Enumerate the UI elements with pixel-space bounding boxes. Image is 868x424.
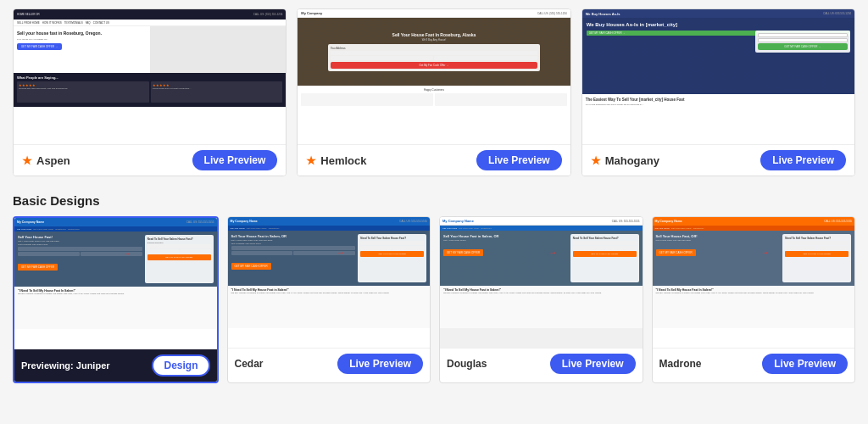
madrone-mock-form-btn: GET MY FAIR CASH OFFER — [785, 251, 849, 257]
cedar-mock-form-inputs — [360, 246, 424, 250]
mahogany-live-preview-button[interactable]: Live Preview — [760, 150, 846, 170]
douglas-mock-form-btn: GET MY FAIR CASH OFFER — [573, 251, 637, 257]
hemlock-name: ★ Hemlock — [306, 154, 366, 167]
hemlock-mock-customers: Happy Customers — [301, 88, 566, 92]
hemlock-mock-phone: CALL US: (555) 555-1234 — [537, 12, 567, 15]
cedar-mock-cta-btn: GET MY FAIR CASH OFFER — [231, 263, 271, 270]
aspen-mock-sub: PUT HOME ON A NUMBER OF... — [17, 38, 282, 41]
douglas-mock-form-inputs — [573, 246, 637, 250]
hemlock-form-input-email — [331, 56, 434, 60]
mahogany-mock-bottom-text: It is a long established fact that a rea… — [586, 103, 851, 106]
mahogany-mock-title: We Buy Houses As-Is in [market_city] — [587, 22, 732, 29]
hemlock-star-icon: ★ — [306, 154, 316, 167]
cedar-mock-hero-sub2: Just Complete This Quick Form: — [231, 243, 356, 245]
madrone-preview: My Company Name CALL US: 555-555-5555 Se… — [653, 217, 855, 349]
juniper-mock-logo: My Company Name — [17, 220, 44, 224]
mahogany-mock-logo: We Buy Houses As-Is — [586, 12, 620, 16]
juniper-mock-hero-right: Need To Sell Your Salem House Fast? Busi… — [145, 235, 214, 283]
juniper-mock-testimonial-text: We Buy Houses Anywhere In Salem And With… — [18, 293, 214, 295]
cedar-mock-form-input-2 — [360, 246, 392, 250]
cedar-nav-2: Get Cash Offer Today — [247, 227, 267, 230]
douglas-mock-form-input-3 — [605, 246, 637, 250]
aspen-mock-testimonial-title: What People are Saying... — [17, 75, 282, 80]
madrone-nav-2: Get Cash Offer Today — [671, 227, 692, 230]
hemlock-mock-sub: We'll Buy Any House! — [422, 38, 447, 42]
douglas-footer: Douglas Live Preview — [440, 349, 643, 379]
madrone-mock-form-input-3 — [817, 246, 849, 250]
aspen-mock-nav: SELL FROM HOME HOW IT WORKS TESTIMONIALS… — [14, 20, 286, 26]
madrone-mock-hero-left: Sell Your House Fast, Off! Get a Cash Of… — [656, 234, 781, 282]
juniper-mock-form-input-1 — [147, 244, 211, 248]
juniper-mock-input-3 — [81, 252, 142, 256]
mahogany-mock-phone: CALL US: 603-555-1234 — [823, 12, 851, 15]
hemlock-mock-header: My Company CALL US: (555) 555-1234 — [298, 9, 570, 18]
cedar-nav-1: Sell Your Home — [231, 227, 245, 230]
madrone-nav-3: Questions? — [693, 227, 704, 230]
cedar-mock-nav: My Company Name CALL US: 555-555-5555 — [228, 217, 431, 226]
madrone-mock-hero-right: Need To Sell Your Salem House Fast? GET … — [782, 234, 851, 282]
juniper-mock-nav-1: Sell Your Home — [17, 228, 31, 231]
mahogany-form-input-1 — [758, 33, 848, 37]
aspen-preview: HOME SELLER OR CALL US: (555) 555-1234 S… — [14, 9, 286, 145]
mahogany-mock-site: We Buy Houses As-Is CALL US: 603-555-123… — [582, 9, 854, 144]
juniper-mock-phone: CALL US: 555-555-5555 — [186, 220, 214, 224]
aspen-testimonial-text-1: Working with them was great. Fast and pr… — [19, 87, 147, 90]
douglas-mock-form-title: Need To Sell Your Salem House Fast? — [573, 237, 637, 240]
madrone-name: Madrone — [659, 358, 702, 370]
main-container: HOME SELLER OR CALL US: (555) 555-1234 S… — [0, 0, 868, 392]
aspen-mock-testimonial: What People are Saying... ★★★★★ Working … — [14, 73, 286, 107]
hemlock-customer-1 — [301, 93, 433, 106]
aspen-testimonial-text-2: Lorem ipsum dolor sit amet consectetur..… — [153, 87, 281, 90]
madrone-mock-form-input-1 — [785, 241, 849, 245]
cedar-mock-form-btn: GET MY FAIR CASH OFFER — [360, 251, 424, 257]
douglas-nav-3: Questions? — [481, 227, 492, 230]
hemlock-mock-site: My Company CALL US: (555) 555-1234 Sell … — [298, 9, 570, 144]
juniper-mock-form-input-3 — [180, 249, 211, 254]
juniper-mock-nav-3: Questions? — [55, 228, 66, 231]
aspen-mock-hero: Sell your house fast in Roseburg, Oregon… — [14, 26, 286, 73]
aspen-footer: ★ Aspen Live Preview — [14, 145, 286, 176]
juniper-mock-nav: My Company Name CALL US: 555-555-5555 — [14, 218, 217, 226]
juniper-mock-form-inputs-row — [147, 249, 211, 254]
madrone-live-preview-button[interactable]: Live Preview — [762, 354, 848, 374]
aspen-mock-site: HOME SELLER OR CALL US: (555) 555-1234 S… — [14, 9, 286, 144]
madrone-mock-arrow: → — [761, 248, 770, 257]
hemlock-mock-bottom: Happy Customers — [298, 86, 570, 111]
mahogany-preview: We Buy Houses As-Is CALL US: 603-555-123… — [582, 9, 854, 145]
juniper-mock-arrow: → — [123, 248, 131, 258]
juniper-mock-nav-2: Get Cash Offer Today — [33, 228, 53, 231]
hemlock-preview: My Company CALL US: (555) 555-1234 Sell … — [298, 9, 570, 145]
cedar-footer: Cedar Live Preview — [228, 349, 431, 379]
douglas-mock-hero: Sell Your House Fast in Salem, OR Get A … — [440, 231, 643, 286]
basic-designs-section: Basic Designs My Company Name CALL US: 5… — [13, 193, 855, 383]
hemlock-form-btn: Get My Fair Cash Offer → — [331, 62, 538, 69]
mahogany-footer: ★ Mahogany Live Preview — [582, 145, 854, 176]
douglas-mock-hero-right: Need To Sell Your Salem House Fast? GET … — [570, 234, 639, 282]
douglas-mock-hero-sub: Get A Cash Offer Today! — [443, 239, 568, 242]
cedar-mock-form-title: Need To Sell Your Salem House Fast? — [360, 237, 424, 240]
aspen-live-preview-button[interactable]: Live Preview — [192, 150, 278, 170]
douglas-mock-site: My Company Name CALL US: 555-555-5555 Se… — [440, 217, 643, 348]
hemlock-form-input-address — [331, 51, 538, 55]
hemlock-mock-hero: Sell Your House Fast In Roseburg, Alaska… — [298, 18, 570, 86]
madrone-mock-hero-sub: Get a Cash Offer! Call: 555-555-5555 — [656, 239, 781, 242]
aspen-mock-testimonial-cards: ★★★★★ Working with them was great. Fast … — [17, 81, 282, 103]
juniper-design-button[interactable]: Design — [152, 354, 209, 377]
cedar-live-preview-button[interactable]: Live Preview — [337, 354, 423, 374]
basic-designs-label: Basic Designs — [13, 193, 855, 208]
juniper-mock-hero-sub2: Just Complete This Quick Form: — [18, 243, 142, 246]
template-card-cedar: My Company Name CALL US: 555-555-5555 Se… — [227, 216, 431, 383]
douglas-live-preview-button[interactable]: Live Preview — [550, 354, 636, 374]
douglas-mock-testimonial: "I Need To Sell My House Fast in Salem!"… — [440, 286, 643, 328]
juniper-mock-form-title: Need To Sell Your Salem House Fast? — [147, 237, 211, 241]
mahogany-name: ★ Mahogany — [591, 154, 659, 167]
cedar-mock-site: My Company Name CALL US: 555-555-5555 Se… — [228, 217, 431, 348]
douglas-nav-1: Sell Your Home — [442, 227, 457, 230]
cedar-mock-testimonial: "I Need To Sell My House Fast in Salem!"… — [228, 286, 431, 328]
juniper-mock-hero-title: Sell Your House Fast! — [18, 235, 142, 239]
hemlock-live-preview-button[interactable]: Live Preview — [476, 150, 562, 170]
douglas-mock-phone: CALL US: 555-555-5555 — [612, 220, 640, 223]
mahogany-label: Mahogany — [605, 154, 659, 167]
juniper-preview: My Company Name CALL US: 555-555-5555 Se… — [14, 218, 217, 349]
mahogany-mock-form: GET MY FAIR CASH OFFER → — [755, 31, 850, 53]
